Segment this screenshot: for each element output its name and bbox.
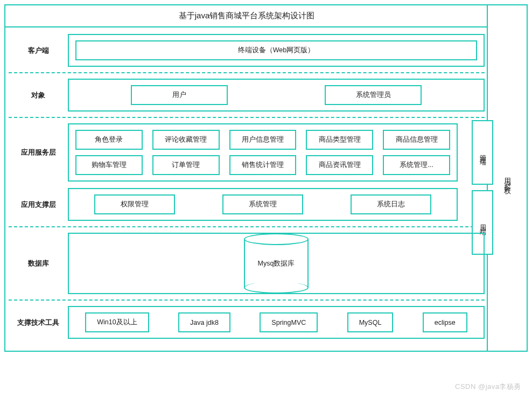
client-terminal-box: 终端设备（Web网页版） [75, 40, 477, 60]
support-syslog: 系统日志 [351, 194, 431, 214]
layer-label-client: 客户端 [9, 34, 68, 67]
layer-database: 数据库 Mysq数据库 [9, 229, 485, 297]
tech-eclipse: eclipse [423, 312, 467, 332]
layer-service: 应用服务层 角色登录 评论收藏管理 用户信息管理 商品类型管理 商品信息管理 购… [9, 120, 458, 185]
database-cylinder-icon: Mysq数据库 [244, 239, 309, 288]
layer-label-tech: 支撑技术工具 [9, 306, 68, 339]
service-order: 订单管理 [152, 155, 220, 175]
database-name: Mysq数据库 [258, 259, 295, 268]
layer-label-service: 应用服务层 [9, 123, 68, 182]
layer-support: 应用支撑层 权限管理 系统管理 系统日志 [9, 185, 458, 224]
object-user-box: 用户 [131, 85, 228, 105]
layer-body-tech: Win10及以上 Java jdk8 SpringMVC MySQL eclip… [68, 306, 485, 339]
layer-body-support: 权限管理 系统管理 系统日志 [68, 188, 458, 221]
diagram-title: 基于java销售商城平台系统架构设计图 [5, 5, 488, 27]
layer-label-support: 应用支撑层 [9, 188, 68, 221]
separator [9, 72, 485, 73]
support-permission: 权限管理 [94, 194, 175, 214]
service-system-mgmt: 系统管理... [383, 155, 450, 175]
service-cart: 购物车管理 [75, 155, 143, 175]
layer-label-object: 对象 [9, 79, 68, 112]
service-comment-fav: 评论收藏管理 [152, 130, 220, 150]
layers-container: 客户端 终端设备（Web网页版） 对象 用户 系统管理员 应用服务层 [5, 27, 488, 345]
service-role-login: 角色登录 [75, 130, 143, 150]
architecture-diagram: 用户鉴权 基于java销售商城平台系统架构设计图 客户端 终端设备（Web网页版… [4, 4, 528, 352]
tech-mysql: MySQL [347, 312, 394, 332]
tech-jdk8: Java jdk8 [178, 312, 230, 332]
layer-tech: 支撑技术工具 Win10及以上 Java jdk8 SpringMVC MySQ… [9, 303, 485, 342]
layer-body-service: 角色登录 评论收藏管理 用户信息管理 商品类型管理 商品信息管理 购物车管理 订… [68, 123, 458, 182]
service-product-type: 商品类型管理 [306, 130, 373, 150]
separator [9, 226, 485, 227]
side-badge-admin: 管理端 [472, 120, 493, 185]
service-product-info: 商品信息管理 [383, 130, 450, 150]
separator [9, 300, 485, 301]
object-admin-box: 系统管理员 [325, 85, 422, 105]
service-sales-stats: 销售统计管理 [229, 155, 297, 175]
support-system: 系统管理 [222, 194, 303, 214]
layer-object: 对象 用户 系统管理员 [9, 75, 485, 115]
layer-label-database: 数据库 [9, 233, 68, 294]
layer-client: 客户端 终端设备（Web网页版） [9, 31, 485, 70]
layer-body-database: Mysq数据库 [68, 233, 485, 294]
service-product-news: 商品资讯管理 [306, 155, 373, 175]
service-user-info: 用户信息管理 [229, 130, 297, 150]
layer-body-object: 用户 系统管理员 [68, 79, 485, 112]
tech-win10: Win10及以上 [85, 312, 149, 332]
separator [9, 117, 485, 118]
layer-body-client: 终端设备（Web网页版） [68, 34, 485, 67]
tech-springmvc: SpringMVC [260, 312, 318, 332]
